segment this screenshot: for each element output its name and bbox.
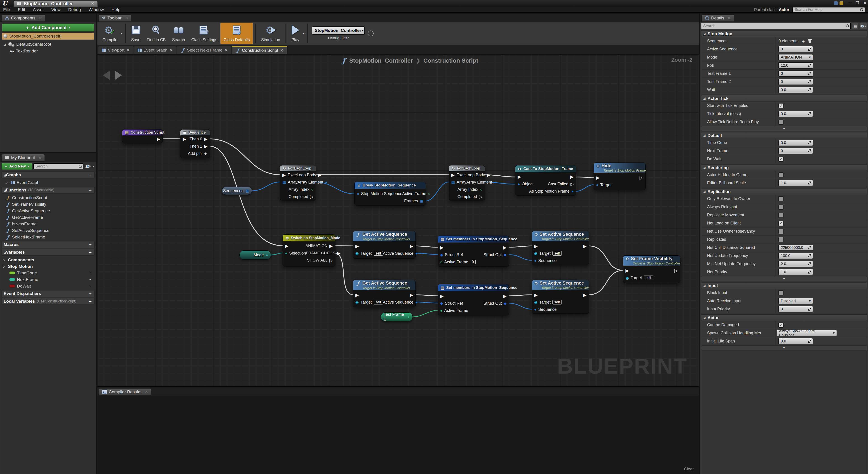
auto-receive-input-dropdown[interactable]: Disabled▼ bbox=[778, 298, 813, 304]
number-input[interactable]: 225000000.0 bbox=[778, 245, 813, 251]
spinner-icon[interactable] bbox=[808, 340, 811, 343]
section-actor[interactable]: ◢Actor bbox=[701, 314, 867, 321]
spinner-icon[interactable] bbox=[808, 72, 811, 75]
tab-details[interactable]: i Details ✕ bbox=[702, 14, 734, 22]
int-out-pin[interactable]: ● bbox=[408, 315, 410, 319]
add-graph-button[interactable]: ＋ bbox=[88, 171, 92, 178]
struct-out-pin[interactable]: ◆ bbox=[504, 302, 506, 305]
add-macro-button[interactable]: ＋ bbox=[88, 241, 92, 248]
variable-pill-test-frame-1[interactable]: Test Frame 1● bbox=[381, 312, 413, 321]
variable-group[interactable]: ▷Stop Motion bbox=[2, 263, 94, 270]
number-input[interactable]: 12.0 bbox=[778, 62, 813, 68]
object-pin[interactable]: ● bbox=[518, 182, 520, 186]
add-element-button[interactable]: ＋ bbox=[801, 38, 806, 44]
functions-section-header[interactable]: ◢ Functions (18 Overridable) ＋ bbox=[2, 187, 94, 193]
variable-item[interactable]: DoWait~ bbox=[2, 283, 94, 289]
spinner-icon[interactable] bbox=[808, 80, 811, 84]
checkbox-unchecked[interactable] bbox=[778, 172, 783, 178]
exec-in-pin[interactable]: ▶ bbox=[285, 244, 288, 248]
target-pin[interactable]: ◉ bbox=[355, 252, 359, 255]
spinner-icon[interactable] bbox=[808, 181, 811, 185]
array-in-pin[interactable]: ▦ bbox=[282, 180, 286, 184]
exec-out-pin[interactable]: ▷ bbox=[675, 268, 678, 273]
save-button[interactable]: Save bbox=[128, 23, 144, 44]
frames-pin[interactable]: ▦ bbox=[420, 199, 423, 203]
sequence-pin[interactable]: ● bbox=[534, 259, 536, 263]
exec-out-pin[interactable]: ▷ bbox=[640, 176, 643, 180]
close-icon[interactable]: ✕ bbox=[728, 16, 731, 20]
struct-ref-pin[interactable]: ◆ bbox=[440, 302, 443, 305]
checkbox-unchecked[interactable] bbox=[778, 196, 783, 201]
section-default[interactable]: ◢Default bbox=[701, 132, 867, 139]
exec-in-pin[interactable]: ▶ bbox=[183, 137, 186, 141]
node-set-active-sequence[interactable]: ◇Set Active Sequence Target is Stop Moti… bbox=[532, 280, 589, 314]
exec-in-pin[interactable]: ▶ bbox=[534, 244, 537, 248]
menu-debug[interactable]: Debug bbox=[68, 7, 81, 12]
checkbox-checked[interactable]: ✓ bbox=[778, 322, 783, 327]
node-construction-script[interactable]: ▤Construction Script ▶ bbox=[122, 129, 163, 143]
close-icon[interactable]: ✕ bbox=[39, 156, 41, 160]
tab-toolbar[interactable]: ⚒ Toolbar ✕ bbox=[98, 14, 131, 22]
sequence-pin[interactable]: ● bbox=[534, 308, 536, 312]
expand-arrow-icon[interactable]: ◢ bbox=[3, 43, 6, 46]
menu-view[interactable]: View bbox=[51, 7, 61, 12]
close-icon[interactable]: ✕ bbox=[145, 390, 148, 394]
search-button[interactable]: Search bbox=[169, 23, 188, 44]
exec-out-pin[interactable]: ▶ bbox=[583, 293, 587, 297]
tab-components[interactable]: Components ✕ bbox=[1, 14, 45, 22]
spinner-icon[interactable] bbox=[808, 64, 811, 67]
target-pin[interactable]: ● bbox=[596, 183, 598, 187]
section-stop-motion[interactable]: ◢Stop Motion bbox=[701, 31, 867, 37]
section-input[interactable]: ◢Input bbox=[701, 282, 867, 289]
close-icon[interactable]: ✕ bbox=[39, 16, 42, 20]
section-rendering[interactable]: ◢Rendering bbox=[701, 164, 867, 171]
local-variables-header[interactable]: Local Variables (UserConstructionScript)… bbox=[2, 298, 94, 305]
compile-options-chevron-icon[interactable]: ▾ bbox=[121, 32, 123, 35]
play-button[interactable]: Play bbox=[288, 23, 303, 44]
target-pin[interactable]: ◉ bbox=[534, 252, 537, 255]
details-search-input[interactable] bbox=[701, 23, 850, 29]
selection-pin[interactable]: ● bbox=[285, 251, 287, 255]
struct-in-pin[interactable]: ● bbox=[357, 192, 359, 196]
menu-window[interactable]: Window bbox=[89, 7, 104, 12]
array-in-pin[interactable]: ▦ bbox=[451, 180, 455, 184]
exec-out-pin[interactable]: ▶ bbox=[157, 137, 160, 141]
notify-icon[interactable] bbox=[839, 1, 843, 5]
add-component-button[interactable]: ＋ Add Component ▾ bbox=[2, 24, 94, 31]
spinner-icon[interactable] bbox=[808, 141, 811, 145]
case-show-all-pin[interactable]: ▷ bbox=[329, 258, 333, 263]
blueprint-search-input[interactable] bbox=[33, 163, 84, 169]
add-function-button[interactable]: ＋ bbox=[88, 187, 92, 193]
node-cast-to-stopmotion-frame[interactable]: ↣Cast To StopMotion_Frame ▶ ▶ ●Object Ca… bbox=[515, 165, 576, 195]
checkbox-unchecked[interactable] bbox=[778, 120, 783, 125]
node-foreachloop[interactable]: ↻ForEachLoop ▶Exec Loop Body▶ ▦Array Arr… bbox=[449, 165, 485, 200]
spinner-icon[interactable] bbox=[808, 246, 811, 249]
node-break-stopmotion-sequence[interactable]: ⋔Break StopMotion_Sequence ●Stop Motion … bbox=[354, 182, 426, 206]
simulation-button[interactable]: ⚙ Simulation bbox=[258, 23, 283, 44]
function-item[interactable]: ƒSetFrameVisibility bbox=[2, 201, 94, 208]
macros-section-header[interactable]: Macros ＋ bbox=[2, 241, 94, 248]
exec-out-pin[interactable]: ▶ bbox=[503, 245, 506, 250]
as-stop-motion-frame-pin[interactable]: ● bbox=[571, 189, 574, 193]
graph-item-eventgraph[interactable]: ▷ EventGraph bbox=[2, 179, 94, 186]
active-sequence-pin[interactable]: ● bbox=[415, 301, 417, 304]
node-sequence[interactable]: ☰Sequence ▶ Then 0▶ Then 1▶ Add pin＋ bbox=[180, 129, 210, 158]
variable-item[interactable]: TimeGone~ bbox=[2, 270, 94, 276]
checkbox-unchecked[interactable] bbox=[778, 290, 783, 295]
exec-in-pin[interactable]: ▶ bbox=[440, 245, 443, 250]
number-input[interactable]: 0 bbox=[778, 306, 813, 312]
number-input[interactable]: 0 bbox=[778, 78, 813, 85]
component-row-scene-root[interactable]: ◢ DefaultSceneRoot bbox=[2, 41, 94, 48]
node-get-active-sequence[interactable]: ƒGet Active Sequence Target is Stop Moti… bbox=[353, 231, 416, 259]
number-input[interactable]: 0.0 bbox=[778, 111, 813, 117]
number-input[interactable]: 0 bbox=[778, 70, 813, 76]
node-switch-on-stopmotion-mode[interactable]: ⇉Switch on StopMotion_Mode ▶ ANIMATION▶ … bbox=[283, 234, 336, 266]
active-frame-pin[interactable]: ○ bbox=[428, 192, 430, 196]
completed-pin[interactable]: ▷ bbox=[479, 194, 483, 199]
tab-event-graph[interactable]: Event Graph✕ bbox=[134, 46, 177, 54]
section-expander[interactable]: ▼ bbox=[701, 345, 867, 350]
function-item[interactable]: ƒIsNextFrame bbox=[2, 221, 94, 227]
node-set-active-sequence[interactable]: ◇Set Active Sequence Target is Stop Moti… bbox=[532, 231, 589, 265]
function-item[interactable]: ƒGetActiveSequence bbox=[2, 208, 94, 214]
array-out-pin[interactable]: ▦ bbox=[246, 189, 249, 193]
